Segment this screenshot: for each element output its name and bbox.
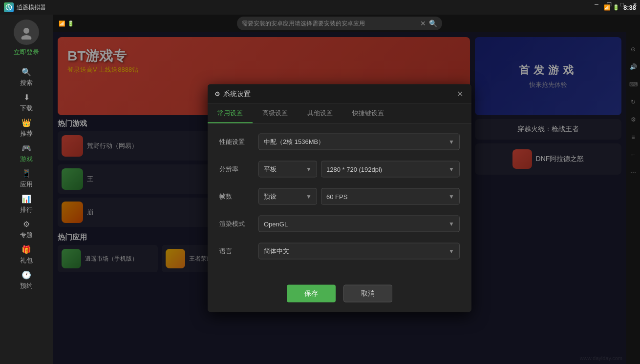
sidebar-item-games[interactable]: 🎮 游戏 [0,141,53,166]
resolution-size-arrow-icon: ▼ [448,166,454,173]
sidebar-label-recommend: 推荐 [20,129,33,138]
battery-status-icon: 🔋 [67,20,74,27]
fps-value-select[interactable]: 60 FPS ▼ [321,188,460,205]
signal-icon: 📶 [59,20,65,27]
modal-body: 性能设置 中配（2核 1536MB） ▼ 分辨率 [208,124,471,280]
close-button[interactable]: ✕ [629,0,640,9]
rs-rotate-icon[interactable]: ↻ [628,97,639,107]
modal-footer: 保存 取消 [208,280,471,312]
android-topbar: 📶 🔋 需要安装的安卓应用请选择需要安装的安卓应用 ✕ 🔍 [53,15,626,32]
sidebar-label-rank: 排行 [20,205,33,214]
maximize-button[interactable]: □ [617,0,627,9]
language-label: 语言 [219,247,258,256]
language-control: 简体中文 ▼ [258,243,460,260]
main-container: 立即登录 🔍 搜索 ⬇ 下载 👑 推荐 🎮 游戏 📱 应用 📊 排行 ⚙ 专题 [0,15,640,364]
android-search-bar[interactable]: 需要安装的安卓应用请选择需要安装的安卓应用 ✕ 🔍 [237,17,442,30]
sidebar-item-apps[interactable]: 📱 应用 [0,166,53,191]
title-bar: 逍遥模拟器 📶 🔋 8:38 ─ ❐ □ ✕ [0,0,640,15]
rs-more-icon[interactable]: ⋯ [628,167,639,178]
sidebar-item-recommend[interactable]: 👑 推荐 [0,115,53,141]
resolution-row: 分辨率 平板 ▼ 1280 * 720 (192dpi) ▼ [219,161,460,178]
language-select[interactable]: 简体中文 ▼ [258,243,460,260]
sidebar-label-appointment: 预约 [20,282,33,290]
modal-title: ⚙ 系统设置 [214,89,251,98]
special-icon: ⚙ [21,220,31,229]
performance-select[interactable]: 中配（2核 1536MB） ▼ [258,134,460,150]
sidebar-item-gift[interactable]: 🎁 礼包 [0,242,53,267]
render-arrow-icon: ▼ [448,221,454,227]
fps-value-text: 60 FPS [326,193,347,200]
rs-menu-icon[interactable]: ≡ [628,132,639,142]
search-clear-icon[interactable]: ✕ [420,20,426,27]
modal-close-button[interactable]: ✕ [455,89,465,99]
avatar [14,20,39,45]
rs-volume-icon[interactable]: 🔊 [628,61,639,72]
tab-other[interactable]: 其他设置 [298,104,342,123]
window-controls: ─ ❐ □ ✕ [591,0,640,9]
search-magnify-icon: 🔍 [429,20,437,27]
save-button[interactable]: 保存 [287,285,336,303]
fps-control: 预设 ▼ 60 FPS ▼ [258,188,460,205]
app-title: 逍遥模拟器 [17,3,46,12]
minimize-button[interactable]: ─ [591,0,602,9]
fps-preset-value: 预设 [264,192,277,201]
performance-row: 性能设置 中配（2核 1536MB） ▼ [219,134,460,150]
tab-common[interactable]: 常用设置 [208,104,253,123]
fps-value-arrow-icon: ▼ [448,193,454,200]
gift-icon: 🎁 [21,245,31,255]
resolution-selects: 平板 ▼ 1280 * 720 (192dpi) ▼ [258,161,460,178]
right-sidebar: ⊙ 🔊 ⌨ ↻ ⚙ ≡ ← ⋯ [626,15,640,364]
fps-selects: 预设 ▼ 60 FPS ▼ [258,188,460,205]
android-statusbar: 📶 🔋 [59,20,74,27]
settings-modal: ⚙ 系统设置 ✕ 常用设置 高级设置 其他设置 快捷键设置 性能设置 [208,84,471,312]
language-value: 简体中文 [264,247,289,256]
sidebar-label-games: 游戏 [20,155,33,163]
android-search-text: 需要安装的安卓应用请选择需要安装的安卓应用 [242,20,417,28]
apps-icon: 📱 [21,169,31,179]
tab-shortcuts[interactable]: 快捷键设置 [342,104,394,123]
rs-keyboard-icon[interactable]: ⌨ [628,79,639,90]
tab-advanced[interactable]: 高级设置 [253,104,298,123]
performance-value: 中配（2核 1536MB） [264,138,324,146]
sidebar: 立即登录 🔍 搜索 ⬇ 下载 👑 推荐 🎮 游戏 📱 应用 📊 排行 ⚙ 专题 [0,15,53,364]
title-bar-left: 逍遥模拟器 [4,2,46,12]
restore-button[interactable]: ❐ [604,0,615,9]
resolution-control: 平板 ▼ 1280 * 720 (192dpi) ▼ [258,161,460,178]
render-row: 渲染模式 OpenGL ▼ [219,216,460,232]
resolution-size-value: 1280 * 720 (192dpi) [326,165,382,173]
appointment-icon: 🕐 [21,270,31,280]
render-select[interactable]: OpenGL ▼ [258,216,460,232]
modal-title-text: 系统设置 [223,89,251,98]
render-control: OpenGL ▼ [258,216,460,232]
resolution-type-arrow-icon: ▼ [306,166,312,173]
sidebar-item-download[interactable]: ⬇ 下载 [0,90,53,115]
rs-home-icon[interactable]: ⊙ [628,44,639,55]
fps-preset-select[interactable]: 预设 ▼ [258,188,317,205]
resolution-size-select[interactable]: 1280 * 720 (192dpi) ▼ [321,161,460,178]
sidebar-label-search: 搜索 [20,79,33,87]
render-label: 渲染模式 [219,220,258,228]
fps-row: 帧数 预设 ▼ 60 FPS ▼ [219,188,460,205]
rs-back-icon[interactable]: ← [628,149,639,160]
sidebar-label-apps: 应用 [20,180,33,189]
fps-label: 帧数 [219,192,258,201]
sidebar-item-search[interactable]: 🔍 搜索 [0,64,53,90]
language-row: 语言 简体中文 ▼ [219,243,460,260]
rank-icon: 📊 [21,194,31,204]
resolution-type-select[interactable]: 平板 ▼ [258,161,317,178]
sidebar-item-rank[interactable]: 📊 排行 [0,191,53,217]
recommend-icon: 👑 [21,118,31,128]
login-button[interactable]: 立即登录 [14,48,39,57]
cancel-button[interactable]: 取消 [343,285,392,303]
sidebar-item-appointment[interactable]: 🕐 预约 [0,267,53,293]
resolution-type-value: 平板 [264,165,277,174]
rs-settings-icon[interactable]: ⚙ [628,114,639,125]
performance-control: 中配（2核 1536MB） ▼ [258,134,460,150]
fps-preset-arrow-icon: ▼ [306,193,312,200]
download-icon: ⬇ [21,93,31,102]
resolution-label: 分辨率 [219,165,258,174]
content-area: 📶 🔋 需要安装的安卓应用请选择需要安装的安卓应用 ✕ 🔍 [53,15,626,364]
sidebar-item-special[interactable]: ⚙ 专题 [0,217,53,242]
performance-label: 性能设置 [219,138,258,146]
games-icon: 🎮 [21,143,31,153]
